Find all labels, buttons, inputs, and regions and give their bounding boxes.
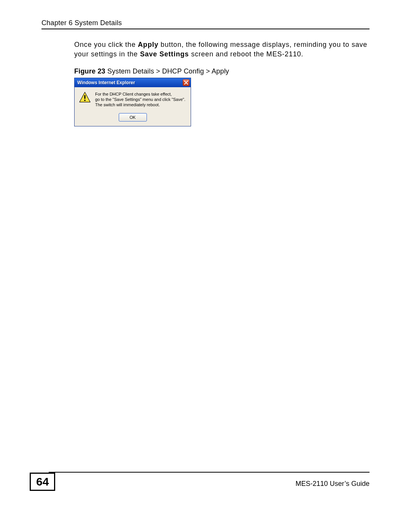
figure-caption: Figure 23 System Details > DHCP Config >… <box>74 67 370 75</box>
dialog-footer: OK <box>75 111 191 126</box>
ok-button-label: OK <box>130 115 136 120</box>
dialog-titlebar: Windows Internet Explorer <box>75 78 191 87</box>
dialog-message: For the DHCP Client changes take effect,… <box>95 92 185 107</box>
footer-line: 64 MES-2110 User’s Guide <box>30 473 370 491</box>
intro-paragraph: Once you click the Apply button, the fol… <box>74 40 370 59</box>
header-rule <box>41 29 370 29</box>
dialog-message-line: The switch will immediately reboot. <box>95 102 185 108</box>
page-number: 64 <box>30 473 55 491</box>
para-text: screen and reboot the MES-2110. <box>189 50 303 58</box>
ok-button[interactable]: OK <box>119 113 147 121</box>
save-settings-keyword: Save Settings <box>140 50 189 58</box>
dialog-message-line: go to the "Save Settings" menu and click… <box>95 97 185 102</box>
page-header: Chapter 6 System Details <box>41 19 370 29</box>
warning-icon <box>79 92 91 102</box>
svg-rect-1 <box>84 95 85 99</box>
figure-caption-text: System Details > DHCP Config > Apply <box>105 67 229 75</box>
page-footer: 64 MES-2110 User’s Guide <box>30 472 370 491</box>
page-content: Once you click the Apply button, the fol… <box>74 40 370 126</box>
chapter-title: Chapter 6 System Details <box>41 19 370 27</box>
page: Chapter 6 System Details Once you click … <box>0 0 411 532</box>
guide-title: MES-2110 User’s Guide <box>296 480 370 488</box>
dialog-title: Windows Internet Explorer <box>77 80 135 85</box>
svg-point-2 <box>84 100 86 101</box>
alert-dialog: Windows Internet Explorer For the D <box>74 78 191 126</box>
apply-keyword: Apply <box>138 41 158 48</box>
dialog-body: For the DHCP Client changes take effect,… <box>75 87 191 110</box>
close-icon <box>184 81 188 85</box>
figure-label: Figure 23 <box>74 67 105 75</box>
dialog-message-line: For the DHCP Client changes take effect, <box>95 92 185 97</box>
para-text: Once you click the <box>74 41 138 48</box>
close-button[interactable] <box>183 79 190 86</box>
